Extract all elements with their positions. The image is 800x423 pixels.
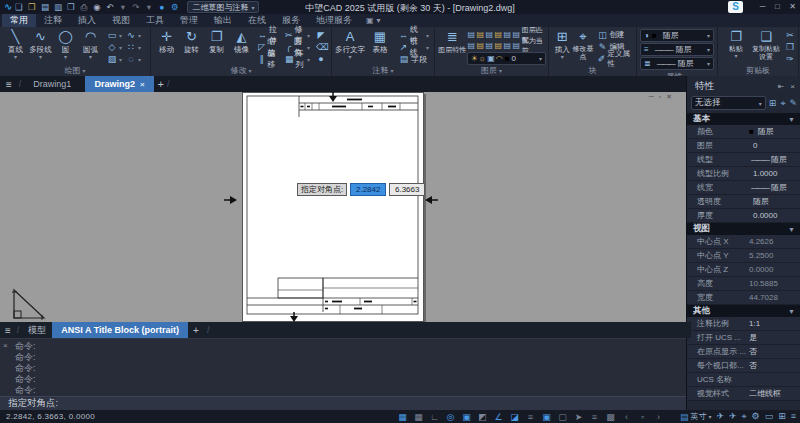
open-folder-icon[interactable]: ❒ — [25, 0, 38, 14]
ribbon-tab[interactable]: 管理 — [172, 14, 206, 27]
redo-caret-icon[interactable]: ▾ — [142, 0, 155, 14]
panel-label-clipboard[interactable]: 剪贴板 — [718, 65, 798, 76]
draw-tool-button[interactable]: ◠ 圆弧 ▾ — [78, 29, 103, 60]
prev-layout-icon[interactable]: ‹ — [620, 411, 633, 422]
close-icon[interactable]: × — [140, 80, 145, 89]
polar-icon[interactable]: ◎ — [444, 411, 457, 422]
dynamic-input-x[interactable]: 2.2842 — [350, 183, 386, 196]
help-icon[interactable]: ● — [155, 0, 168, 14]
draw-tool-button[interactable]: ╲ 直线 ▾ — [3, 29, 28, 60]
property-row[interactable]: 宽度 44.7028 — [687, 291, 800, 305]
modify-tool-button[interactable]: ✛ 移动 — [154, 29, 179, 54]
doc-menu-icon[interactable]: ≡ — [6, 79, 12, 90]
layer-tool-icon[interactable]: ▤ — [494, 30, 503, 39]
property-row[interactable]: 中心点 X 4.2626 — [687, 235, 800, 249]
model-tab[interactable]: 模型 — [22, 324, 52, 337]
modify-tool-button[interactable]: ↻ 旋转 — [179, 29, 204, 54]
block-small-button[interactable]: ◫ 创建 — [596, 29, 633, 41]
workspace-selector[interactable]: 二维草图与注释 ▾ — [187, 1, 259, 13]
save-icon[interactable]: ▤ — [38, 0, 51, 14]
property-row[interactable]: 注释比例 1:1 — [687, 317, 800, 331]
clipboard-tool-button[interactable]: ❏ 复制粘贴设置 — [751, 29, 781, 61]
layer-tool-icon[interactable]: ▤ — [467, 30, 476, 39]
modify-small-button[interactable]: ▦ 阵列 ▾ — [283, 53, 312, 65]
draw-small-button[interactable]: ∷ ▾ — [124, 41, 143, 53]
panel-label-annotate[interactable]: 注释▾ — [332, 65, 434, 76]
layer-tool-icon[interactable]: ▤ — [476, 41, 485, 50]
annotate-small-button[interactable]: ▤ 字段 — [397, 53, 431, 65]
workspace-gear-icon[interactable]: ⚙ — [168, 0, 181, 14]
selection-dropdown[interactable]: 无选择 ▾ — [691, 96, 766, 110]
close-button[interactable]: ✕ — [785, 0, 800, 14]
layer-tool-icon[interactable]: ▤ — [485, 41, 494, 50]
layer-state-icon[interactable]: ☼ — [479, 54, 486, 63]
panel-label-block[interactable]: 块 — [549, 65, 636, 76]
redo-icon[interactable]: ↷ — [129, 0, 142, 14]
insert-block-button[interactable]: ⊞ 插入 ▾ — [552, 29, 572, 60]
draw-small-button[interactable]: ▨ ▾ — [105, 53, 124, 65]
layer-state-icon[interactable]: ▣ — [487, 54, 495, 63]
ribbon-tab[interactable]: 常用 — [2, 14, 36, 27]
osnap-icon[interactable]: ▣ — [460, 411, 473, 422]
modify-extra-icon[interactable]: ⌫ — [314, 41, 328, 53]
property-row[interactable]: 打开 UCS ... 是 — [687, 331, 800, 345]
print-icon[interactable]: ⎙ — [77, 0, 90, 14]
unit-selector[interactable]: ▤ 英寸 ▾ — [680, 411, 712, 422]
property-row[interactable]: 透明度 随层 — [687, 195, 800, 209]
property-row[interactable]: 高度 10.5885 — [687, 277, 800, 291]
otrack-icon[interactable]: ◩ — [476, 411, 489, 422]
property-row[interactable]: 颜色 ■随层 — [687, 125, 800, 139]
clipboard-small-button[interactable]: ✑ — [783, 53, 797, 65]
clipboard-small-button[interactable]: ❐ — [783, 41, 797, 53]
pickadd-toggle-icon[interactable]: ⊞ — [769, 98, 777, 109]
property-dropdown[interactable]: ◑ ■ 随层 ▾ — [640, 29, 714, 42]
undo-icon[interactable]: ↶ — [103, 0, 116, 14]
modify-tool-button[interactable]: ❐ 复制 — [204, 29, 229, 54]
ribbon-tab[interactable]: 注释 — [36, 14, 70, 27]
ribbon-tab[interactable]: 输出 — [206, 14, 240, 27]
draw-small-button[interactable]: ◇ ▾ — [105, 41, 124, 53]
property-row[interactable]: 线型 ———随层 — [687, 153, 800, 167]
save-as-icon[interactable]: ▥ — [51, 0, 64, 14]
property-row[interactable]: 中心点 Y 5.2500 — [687, 249, 800, 263]
layer-properties-button[interactable]: ≣ 图层特性 — [438, 29, 467, 54]
layer-tool-icon[interactable]: ▤ — [512, 30, 521, 39]
clipboard-tool-button[interactable]: ❐ 粘贴 ▾ — [721, 29, 751, 61]
annotate-small-button[interactable]: ↗ 引线 ▾ — [397, 41, 431, 53]
section-header-basic[interactable]: 基本 ▼ — [687, 113, 800, 125]
edit-base-point-button[interactable]: ⌖ 修改基点 — [572, 29, 593, 61]
ortho-icon[interactable]: ∟ — [428, 411, 441, 422]
property-row[interactable]: 线宽 ———随层 — [687, 181, 800, 195]
layer-state-icon[interactable]: ◠ — [496, 54, 503, 63]
viewport-restore-button[interactable]: ▫ — [659, 93, 661, 101]
snap-icon[interactable]: ▦ — [396, 411, 409, 422]
property-row[interactable]: 图层 0 — [687, 139, 800, 153]
draw-small-button[interactable]: ∿ ▾ — [124, 29, 143, 41]
property-row[interactable]: 在原点显示 ... 否 — [687, 345, 800, 359]
layer-tool-icon[interactable]: ▤ — [512, 41, 521, 50]
maximize-button[interactable]: □ — [770, 0, 785, 14]
block-small-button[interactable]: ✐ 定义属性 — [596, 53, 633, 65]
property-row[interactable]: UCS 名称 — [687, 373, 800, 387]
fullscreen-icon[interactable]: ⊞ — [778, 411, 786, 422]
draw-small-button[interactable]: ▭ ▾ — [105, 29, 124, 41]
ribbon-style-icon[interactable]: ▣ — [366, 16, 374, 25]
layer-tool-icon[interactable]: ▤ — [494, 41, 503, 50]
property-dropdown[interactable]: ≡ ——— 随层 ▾ — [640, 43, 714, 56]
draw-tool-button[interactable]: ∿ 多段线 ▾ — [28, 29, 53, 60]
layout-box-icon[interactable]: ▫ — [636, 411, 649, 422]
ribbon-tab[interactable]: 工具 — [138, 14, 172, 27]
modify-small-button[interactable]: ∥ 偏移 — [256, 53, 281, 65]
drawing-canvas[interactable]: ─▫✕ 指定对角点: 2.2842 6.3663 — [0, 92, 686, 322]
clean-screen-icon[interactable]: ▭ — [765, 411, 774, 422]
layer-tool-icon[interactable]: ▤ — [485, 30, 494, 39]
ribbon-tab[interactable]: 地理服务 — [308, 14, 360, 27]
new-document-tab-button[interactable]: + — [158, 78, 164, 90]
ribbon-tab[interactable]: 视图 — [104, 14, 138, 27]
draw-tool-button[interactable]: ◯ 圆 ▾ — [53, 29, 78, 60]
viewport-close-button[interactable]: ✕ — [666, 93, 672, 101]
panel-label-layer[interactable]: 图层▾ — [435, 65, 548, 76]
layout-menu-icon[interactable]: ≡ — [5, 325, 11, 336]
annotate-tool-button[interactable]: A 多行文字 ▾ — [335, 29, 365, 60]
layout-tab-active[interactable]: ANSI A Title Block (portrait) — [52, 322, 188, 338]
